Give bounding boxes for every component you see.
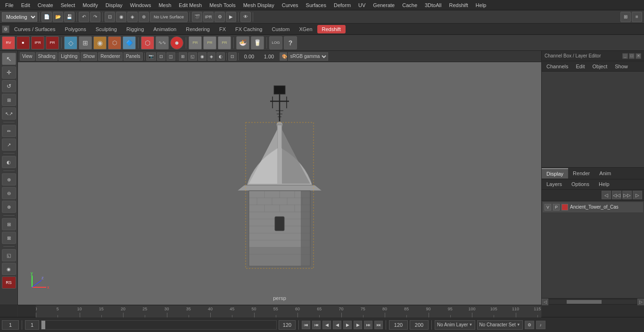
undo-btn[interactable]: ↶: [79, 12, 89, 22]
rotate-tool-btn[interactable]: ↺: [2, 80, 16, 92]
object-tab[interactable]: Object: [589, 63, 610, 70]
cam-btn3[interactable]: ◫: [166, 52, 175, 61]
menu-mesh-display[interactable]: Mesh Display: [240, 1, 278, 9]
shelf-icon-3[interactable]: ◉: [93, 36, 107, 49]
go-end-btn[interactable]: ⏭: [374, 321, 383, 329]
menu-create[interactable]: Create: [34, 1, 57, 9]
tab-fx-caching[interactable]: FX Caching: [231, 25, 267, 33]
light-shade-btn[interactable]: ◐: [216, 52, 225, 61]
shading-menu-btn[interactable]: Shading: [36, 52, 58, 61]
panels-menu-btn[interactable]: Panels: [124, 52, 143, 61]
menu-deform[interactable]: Deform: [330, 1, 354, 9]
redo-btn[interactable]: ↷: [90, 12, 100, 22]
tab-polygons[interactable]: Polygons: [60, 25, 91, 33]
shelf-help[interactable]: ?: [284, 36, 297, 49]
show-hide-btn[interactable]: 👁: [240, 12, 251, 22]
panel-maximize-btn[interactable]: □: [629, 53, 635, 59]
step-fwd-btn[interactable]: ⏭: [364, 321, 372, 329]
mode-dropdown[interactable]: Modeling: [2, 12, 37, 22]
snap-grid-btn[interactable]: ⊕: [2, 173, 16, 186]
paint-select-btn[interactable]: ↗: [2, 138, 16, 151]
scroll-track[interactable]: [549, 300, 636, 304]
snap-btn[interactable]: ⊕: [139, 12, 149, 22]
step-back-btn[interactable]: ⏮: [312, 321, 321, 329]
frame-end-input[interactable]: [279, 320, 296, 330]
colorspace-dropdown[interactable]: sRGB gamma: [288, 52, 328, 61]
camera-value-input[interactable]: [240, 54, 259, 59]
menu-edit-mesh[interactable]: Edit Mesh: [175, 1, 205, 9]
menu-redshift[interactable]: Redshift: [446, 1, 471, 9]
layer-up-btn[interactable]: ▷▷: [622, 191, 632, 199]
xray-btn[interactable]: ◱: [2, 249, 16, 261]
shelf-bowl[interactable]: 🍜: [236, 36, 249, 49]
tab-xgen[interactable]: XGen: [294, 25, 317, 33]
char-set-dropdown[interactable]: No Character Set ▼: [477, 320, 523, 330]
menu-select[interactable]: Select: [58, 1, 79, 9]
tab-fx[interactable]: FX: [215, 25, 231, 33]
shelf-pr-2[interactable]: PR: [203, 36, 216, 49]
shelf-glass[interactable]: 🥛: [251, 36, 264, 49]
shelf-log2[interactable]: LOG: [269, 36, 282, 49]
tab-redshift[interactable]: Redshift: [317, 25, 346, 33]
shelf-ipr[interactable]: ■: [17, 36, 30, 49]
layer-color-swatch[interactable]: [561, 204, 568, 211]
layer-down-btn[interactable]: ◁: [602, 191, 611, 199]
cam-btn2[interactable]: ⊡: [157, 52, 165, 61]
prefs-btn[interactable]: ⚙: [525, 321, 534, 329]
smooth-shade-btn[interactable]: ◉: [198, 52, 206, 61]
panel-close-btn[interactable]: ✕: [636, 53, 641, 59]
layers-menu-btn[interactable]: Layers: [544, 180, 565, 188]
scale-value-input[interactable]: [260, 54, 279, 59]
layer-help-btn[interactable]: Help: [596, 180, 612, 188]
layer-visibility-btn[interactable]: V: [545, 204, 551, 211]
new-scene-btn[interactable]: 📄: [41, 12, 52, 22]
menu-surfaces[interactable]: Surfaces: [303, 1, 330, 9]
playblast-btn[interactable]: ▶: [226, 12, 236, 22]
colorspace-btn[interactable]: 🎨: [280, 52, 287, 61]
universal-tool-btn[interactable]: ↖↗: [2, 107, 16, 120]
menu-edit[interactable]: Edit: [18, 1, 33, 9]
menu-generate[interactable]: Generate: [370, 1, 398, 9]
open-scene-btn[interactable]: 📂: [53, 12, 63, 22]
render-settings-btn[interactable]: ⚙: [215, 12, 225, 22]
soft-select-btn[interactable]: ✏: [2, 125, 16, 137]
scroll-right-btn[interactable]: ▷: [637, 299, 644, 305]
save-scene-btn[interactable]: 💾: [64, 12, 74, 22]
shelf-icon-8[interactable]: ●: [170, 36, 183, 49]
tab-animation[interactable]: Animation: [149, 25, 181, 33]
view-menu-btn[interactable]: View: [20, 52, 35, 61]
current-frame-input[interactable]: [2, 320, 19, 330]
isolate-btn[interactable]: ⊞: [2, 218, 16, 230]
shelf-pr-3[interactable]: PR: [218, 36, 231, 49]
display-layer-tab[interactable]: Display: [542, 168, 568, 178]
snap-point-btn[interactable]: ⊕: [2, 201, 16, 213]
frame-start-input[interactable]: [25, 320, 39, 330]
prev-frame-btn[interactable]: ◀: [322, 321, 331, 329]
shelf-icon-1[interactable]: ◇: [64, 36, 77, 49]
menu-cache[interactable]: Cache: [399, 1, 421, 9]
ipr-btn[interactable]: IPR: [203, 12, 214, 22]
shelf-icon-6[interactable]: ⬡: [141, 36, 154, 49]
shelf-log[interactable]: PR: [46, 36, 59, 49]
shelf-settings-btn[interactable]: ⚙: [2, 25, 9, 33]
ui-btn[interactable]: ≡: [632, 12, 642, 22]
scroll-left-btn[interactable]: ◁: [542, 299, 548, 305]
move-tool-btn[interactable]: ✛: [2, 66, 16, 79]
tab-custom[interactable]: Custom: [267, 25, 295, 33]
wire-btn[interactable]: ◱: [188, 52, 197, 61]
layer-down2-btn[interactable]: ◁◁: [612, 191, 621, 199]
menu-file[interactable]: File: [2, 1, 17, 9]
time-ruler[interactable]: 0510152025303540455055606570758085909510…: [36, 305, 541, 317]
channels-tab[interactable]: Channels: [544, 63, 571, 70]
menu-help[interactable]: Help: [472, 1, 490, 9]
snap-curve-btn[interactable]: ⊖: [2, 187, 16, 199]
audio-btn[interactable]: ♪: [536, 321, 545, 329]
tab-curves-surfaces[interactable]: Curves / Surfaces: [9, 25, 60, 33]
layer-up2-btn[interactable]: ▷: [633, 191, 642, 199]
lasso-btn[interactable]: ◉: [116, 12, 126, 22]
menu-mesh[interactable]: Mesh: [155, 1, 174, 9]
render-btn[interactable]: 🎬: [192, 12, 202, 22]
layer-options-btn[interactable]: Options: [569, 180, 592, 188]
show-all-btn[interactable]: ⊠: [2, 232, 16, 244]
scrubber-bar[interactable]: [41, 320, 277, 330]
